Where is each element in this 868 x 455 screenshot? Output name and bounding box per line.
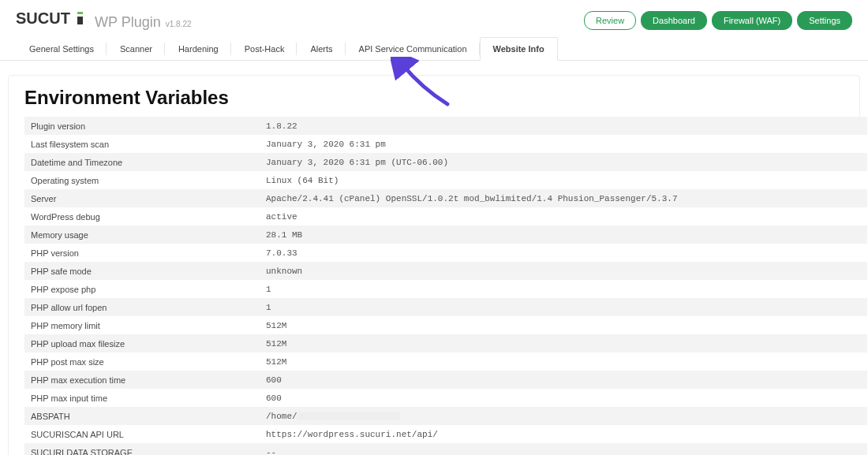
env-value: /home/ <box>260 407 867 425</box>
env-key: Memory usage <box>24 226 260 244</box>
table-row: PHP safe modeunknown <box>24 262 867 280</box>
brand-logo: SUCUT WP Plugin v1.8.22 <box>16 9 192 31</box>
tab-posthack[interactable]: Post-Hack <box>231 37 297 60</box>
env-key: Server <box>24 189 260 207</box>
table-row: PHP allow url fopen1 <box>24 298 867 316</box>
env-key: Plugin version <box>24 117 260 135</box>
svg-rect-1 <box>77 12 83 14</box>
tab-hardening[interactable]: Hardening <box>165 37 231 60</box>
env-panel: Environment Variables Plugin version1.8.… <box>8 75 860 455</box>
env-value: 7.0.33 <box>260 244 867 262</box>
env-value: https://wordpress.sucuri.net/api/ <box>260 425 867 443</box>
tab-website[interactable]: Website Info <box>480 37 558 61</box>
table-row: SUCURI DATA STORAGE-- <box>24 443 867 455</box>
env-value: 28.1 MB <box>260 226 867 244</box>
table-row: ServerApache/2.4.41 (cPanel) OpenSSL/1.0… <box>24 189 867 207</box>
table-row: Datetime and TimezoneJanuary 3, 2020 6:3… <box>24 153 867 171</box>
env-key: PHP max input time <box>24 389 260 407</box>
tab-api[interactable]: API Service Communication <box>346 37 480 60</box>
firewall-button[interactable]: Firewall (WAF) <box>712 11 792 30</box>
header-buttons: Review Dashboard Firewall (WAF) Settings <box>584 11 852 30</box>
env-value: 600 <box>260 389 867 407</box>
env-value: 600 <box>260 371 867 389</box>
env-key: PHP upload max filesize <box>24 334 260 352</box>
tab-scanner[interactable]: Scanner <box>107 37 165 60</box>
env-table: Plugin version1.8.22Last filesystem scan… <box>24 117 867 455</box>
settings-button[interactable]: Settings <box>797 11 852 30</box>
env-value: January 3, 2020 6:31 pm <box>260 135 867 153</box>
table-row: SUCURISCAN API URLhttps://wordpress.sucu… <box>24 425 867 443</box>
env-value: unknown <box>260 262 867 280</box>
table-row: Operating systemLinux (64 Bit) <box>24 171 867 189</box>
table-row: WordPress debugactive <box>24 207 867 226</box>
table-row: PHP max execution time600 <box>24 371 867 389</box>
env-value: Apache/2.4.41 (cPanel) OpenSSL/1.0.2t mo… <box>260 189 867 207</box>
env-key: SUCURISCAN API URL <box>24 425 260 443</box>
env-key: PHP memory limit <box>24 316 260 334</box>
env-key: Datetime and Timezone <box>24 153 260 171</box>
env-value: 1 <box>260 298 867 316</box>
sucuri-logo-icon: SUCUT <box>16 9 87 27</box>
env-key: PHP allow url fopen <box>24 298 260 316</box>
env-value: January 3, 2020 6:31 pm (UTC-06.00) <box>260 153 867 171</box>
table-row: Last filesystem scanJanuary 3, 2020 6:31… <box>24 135 867 153</box>
env-key: SUCURI DATA STORAGE <box>24 443 260 455</box>
table-row: PHP upload max filesize512M <box>24 334 867 352</box>
tab-general[interactable]: General Settings <box>16 37 107 60</box>
table-row: PHP version7.0.33 <box>24 244 867 262</box>
env-value: 1 <box>260 280 867 298</box>
brand-subtitle: WP Plugin <box>95 14 161 31</box>
redacted-icon <box>297 412 400 420</box>
env-key: PHP version <box>24 244 260 262</box>
table-row: PHP max input time600 <box>24 389 867 407</box>
env-key: PHP safe mode <box>24 262 260 280</box>
table-row: PHP post max size512M <box>24 352 867 371</box>
env-value: 1.8.22 <box>260 117 867 135</box>
review-button[interactable]: Review <box>584 11 636 30</box>
env-key: PHP expose php <box>24 280 260 298</box>
env-value: -- <box>260 443 867 455</box>
panel-title: Environment Variables <box>9 76 859 117</box>
env-key: Last filesystem scan <box>24 135 260 153</box>
table-row: PHP expose php1 <box>24 280 867 298</box>
table-row: Plugin version1.8.22 <box>24 117 867 135</box>
table-row: Memory usage28.1 MB <box>24 226 867 244</box>
brand-version: v1.8.22 <box>166 20 192 28</box>
env-value: 512M <box>260 352 867 371</box>
env-key: Operating system <box>24 171 260 189</box>
env-value: Linux (64 Bit) <box>260 171 867 189</box>
svg-text:SUCUT: SUCUT <box>16 9 70 27</box>
env-key: PHP max execution time <box>24 371 260 389</box>
env-key: ABSPATH <box>24 407 260 425</box>
env-key: WordPress debug <box>24 207 260 226</box>
env-key: PHP post max size <box>24 352 260 371</box>
table-row: ABSPATH/home/ <box>24 407 867 425</box>
header: SUCUT WP Plugin v1.8.22 Review Dashboard… <box>0 0 868 37</box>
tab-alerts[interactable]: Alerts <box>297 37 345 60</box>
env-value: active <box>260 207 867 226</box>
dashboard-button[interactable]: Dashboard <box>641 11 707 30</box>
table-row: PHP memory limit512M <box>24 316 867 334</box>
tabs-row: General SettingsScannerHardeningPost-Hac… <box>0 37 868 61</box>
env-value: 512M <box>260 334 867 352</box>
env-value: 512M <box>260 316 867 334</box>
svg-rect-2 <box>77 17 83 24</box>
